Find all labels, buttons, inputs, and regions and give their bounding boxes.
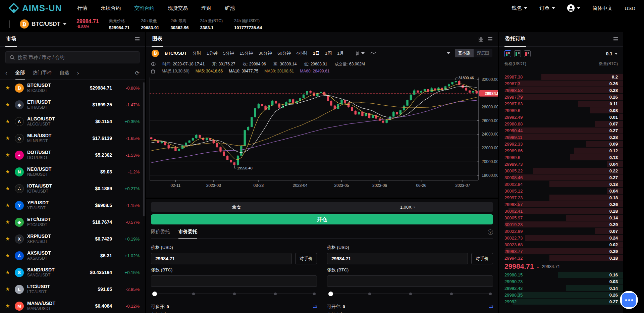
coin-list-item[interactable]: ★MMANA/USDTMANA/USDT$0.4084-0.12% [0,298,145,313]
nav-item-1[interactable]: 永续合约 [101,5,121,11]
eye-icon[interactable] [151,62,156,66]
interval-分时[interactable]: 分时 [193,50,201,56]
favorite-star-icon[interactable]: ★ [5,253,11,259]
nav-item-0[interactable]: 行情 [77,5,87,11]
pair-selector[interactable]: ₿ BTC/USDT [20,19,66,29]
market-scrollbar[interactable] [143,82,145,216]
coin-list-item[interactable]: ★AAXS/USDTAXS/USDT$6.31+1.02% [0,247,145,264]
chart-menu-icon[interactable] [488,37,492,41]
ask-row[interactable]: 29994.320.18 [499,255,623,261]
orders-menu[interactable]: 订单 [539,5,555,11]
ask-row[interactable]: 30022.730.24 [499,234,623,241]
ask-row[interactable]: 30005.970.14 [499,214,623,221]
short-price-input[interactable] [327,253,468,264]
ask-row[interactable]: 29989.730.04 [499,161,623,167]
favorite-star-icon[interactable]: ★ [5,286,11,292]
market-tab-0[interactable]: 全部 [15,67,25,80]
orderbook-menu-icon[interactable] [613,37,618,41]
bid-row[interactable]: 29988.350.26 [499,292,623,298]
ask-row[interactable]: 30022.990.07 [499,228,623,234]
favorite-star-icon[interactable]: ★ [5,118,11,124]
currency-switch[interactable]: USD [625,5,635,11]
order-tab-1[interactable]: 市价委托 [178,226,197,239]
short-qty-slider[interactable] [328,292,492,296]
tabs-next-arrow[interactable]: › [77,70,79,76]
ask-row[interactable]: 30005.120.04 [499,188,623,194]
ask-row[interactable]: 29993.770.29 [499,248,623,255]
interval-4小时[interactable]: 4小时 [297,50,308,56]
favorite-star-icon[interactable]: ★ [5,186,11,192]
interval-60分钟[interactable]: 60分钟 [277,50,291,56]
refresh-icon[interactable]: ⟳ [135,70,140,76]
coin-list-item[interactable]: ★NNEO/USDTNEO/USDT$9.03-1.2% [0,163,145,180]
market-tab-2[interactable]: 自选 [60,67,69,80]
ask-row[interactable]: 29990.440.27 [499,127,623,134]
interval-5分钟[interactable]: 5分钟 [223,50,234,56]
bid-row[interactable]: 29992.430.14 [499,285,623,292]
book-view-asks-icon[interactable] [524,50,531,57]
coin-list-item[interactable]: ★∴IOTA/USDTIOTA/USDT$0.1889+0.27% [0,180,145,197]
nav-item-2[interactable]: 交割合约 [134,5,154,11]
bid-row[interactable]: 299920.27 [499,298,623,305]
ask-row[interactable]: 30023.680.02 [499,241,623,248]
market-tab-1[interactable]: 热门币种 [33,67,52,80]
ask-row[interactable]: 29989.860.12 [499,147,623,154]
ask-row[interactable]: 29987.380.2 [499,73,623,80]
coin-list-item[interactable]: ★SSAND/USDTSAND/USDT$0.435194+0.15% [0,264,145,281]
candlestick-chart[interactable]: 32000.0030000.0028000.0026000.0024000.00… [146,75,498,192]
order-tab-0[interactable]: 限价委托 [151,226,170,239]
book-view-bids-icon[interactable] [514,50,521,57]
favorite-star-icon[interactable]: ★ [5,152,11,158]
book-view-both-icon[interactable] [504,50,511,57]
favorite-star-icon[interactable]: ★ [5,303,11,309]
coin-list-item[interactable]: ★YYFI/USDTYFI/USDT$6908.5-1.15% [0,197,145,214]
margin-mode-button[interactable]: 全仓 [151,202,322,212]
favorite-star-icon[interactable]: ★ [5,102,11,108]
ask-row[interactable]: 30008.460.27 [499,174,623,181]
ask-row[interactable]: 29992.330.09 [499,141,623,147]
nav-item-3[interactable]: 现货交易 [168,5,188,11]
interval-1日[interactable]: 1日 [313,50,320,56]
favorite-star-icon[interactable]: ★ [5,202,11,208]
favorite-star-icon[interactable]: ★ [5,236,11,242]
favorite-star-icon[interactable]: ★ [5,269,11,275]
swap-icon[interactable]: ⇄ [489,304,493,310]
ask-row[interactable]: 29989.60.13 [499,154,623,161]
line-chart-icon[interactable] [370,51,376,56]
chat-widget-button[interactable] [620,291,638,309]
favorite-star-icon[interactable]: ★ [5,219,11,225]
chart-view-0[interactable]: 基本版 [455,49,474,57]
favorite-star-icon[interactable]: ★ [5,135,11,141]
ask-row[interactable]: 29987.30.26 [499,80,623,87]
nav-item-4[interactable]: 理财 [201,5,211,11]
interval-15分钟[interactable]: 15分钟 [239,50,253,56]
ask-row[interactable]: 29989.60.08 [499,107,623,114]
long-price-input[interactable] [151,253,292,264]
short-qty-input[interactable] [327,275,493,287]
ask-row[interactable]: 30002.410.28 [499,208,623,214]
market-tab[interactable]: 市场 [5,32,17,47]
last-price-row[interactable]: 29984.71 ↓ 29984.71 [499,261,623,271]
ask-row[interactable]: 29988.880.07 [499,120,623,127]
chart-view-1[interactable]: 深度图 [474,49,492,57]
coin-list-item[interactable]: ★AALGO/USDTALGO/USDT$0.1154+0.35% [0,113,145,130]
coin-list-item[interactable]: ★◆ETC/USDTETC/USDT$18.7674-0.57% [0,214,145,230]
interval-30分钟[interactable]: 30分钟 [259,50,272,56]
nav-item-5[interactable]: 矿池 [225,5,235,11]
long-qty-slider[interactable] [152,292,316,296]
short-counter-price-button[interactable]: 对手价 [471,253,493,264]
interval-1分钟[interactable]: 1分钟 [207,50,218,56]
search-input[interactable] [18,55,135,60]
market-menu-icon[interactable] [135,37,140,41]
ask-row[interactable]: 30002.840.18 [499,181,623,188]
candle-type-dropdown[interactable] [356,51,365,56]
bid-row[interactable]: 29990.730.03 [499,278,623,285]
coin-list-item[interactable]: ★◆ETH/USDTETH/USDT$1899.25-1.47% [0,96,145,113]
coin-list-item[interactable]: ★◇MLN/USDTMLN/USDT$17.6139-1.65% [0,130,145,147]
layout-grid-icon[interactable] [479,37,483,42]
orderbook-tab[interactable]: 委托订单 [504,32,526,47]
long-qty-input[interactable] [151,275,317,287]
tabs-prev-arrow[interactable]: ‹ [5,70,7,76]
long-counter-price-button[interactable]: 对手价 [295,253,317,264]
chart-tab[interactable]: 图表 [152,32,163,47]
